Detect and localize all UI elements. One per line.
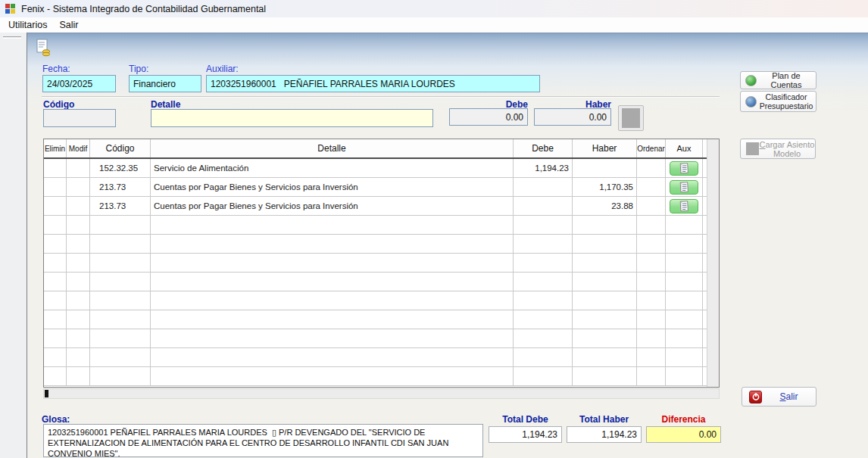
cell-codigo <box>90 367 151 385</box>
table-row[interactable]: 152.32.35 Servicio de Alimentación 1,194… <box>44 159 707 178</box>
cell-ordenar <box>637 254 666 272</box>
table-row[interactable] <box>44 254 707 273</box>
cell-elimin[interactable] <box>44 329 67 347</box>
cell-modif[interactable] <box>67 291 90 310</box>
diferencia-label: Diferencia <box>646 414 721 425</box>
cell-modif[interactable] <box>67 310 90 329</box>
cell-elimin[interactable] <box>44 216 67 234</box>
cell-modif[interactable] <box>67 348 90 366</box>
cell-elimin[interactable] <box>44 159 67 177</box>
cell-aux <box>666 291 703 310</box>
salir-button[interactable]: Salir <box>742 387 816 407</box>
table-body: 152.32.35 Servicio de Alimentación 1,194… <box>44 159 707 386</box>
aux-detail-button[interactable] <box>670 180 698 195</box>
title-bar: Fenix - Sistema Integrado de Contabilida… <box>0 0 868 17</box>
cargar-asiento-modelo-button[interactable]: Cargar Asiento Modelo <box>740 139 816 159</box>
cell-aux <box>666 254 703 272</box>
cell-detalle: Cuentas por Pagar Bienes y Servicios par… <box>151 178 514 196</box>
cell-detalle <box>151 216 514 234</box>
glosa-textarea[interactable]: 1203251960001 PEÑAFIEL PARRALES MARIA LO… <box>43 424 483 457</box>
note-document-icon <box>679 163 689 174</box>
cell-ordenar <box>637 291 666 310</box>
cell-ordenar <box>637 329 666 347</box>
cell-elimin[interactable] <box>44 197 67 215</box>
add-line-button[interactable] <box>618 105 644 131</box>
cell-debe <box>514 310 573 329</box>
cell-elimin[interactable] <box>44 273 67 291</box>
table-row[interactable]: 213.73 Cuentas por Pagar Bienes y Servic… <box>44 197 707 216</box>
table-horizontal-scrollbar[interactable] <box>43 388 720 399</box>
cell-haber <box>573 291 637 310</box>
debe-input[interactable]: 0.00 <box>449 108 528 126</box>
new-entry-button[interactable] <box>34 38 52 58</box>
clasificador-presupuestario-button[interactable]: Clasificador Presupuestario <box>740 91 816 112</box>
table-row[interactable] <box>44 235 707 254</box>
cell-modif[interactable] <box>67 235 90 253</box>
cell-modif[interactable] <box>67 329 90 347</box>
cell-haber <box>573 310 637 329</box>
plan-de-cuentas-button[interactable]: Plan de Cuentas <box>740 71 816 89</box>
cell-elimin[interactable] <box>44 291 67 310</box>
cell-detalle <box>151 254 514 272</box>
detalle-label: Detalle <box>151 99 180 110</box>
table-row[interactable] <box>44 367 707 386</box>
windows-logo-icon <box>5 3 16 14</box>
haber-input[interactable]: 0.00 <box>534 108 611 126</box>
cell-haber <box>573 329 637 347</box>
table-row[interactable]: 213.73 Cuentas por Pagar Bienes y Servic… <box>44 178 707 197</box>
auxiliar-input[interactable]: 1203251960001 PEÑAFIEL PARRALES MARIA LO… <box>206 75 540 92</box>
cell-codigo: 213.73 <box>90 178 151 196</box>
aux-detail-button[interactable] <box>670 161 698 176</box>
panel-grip[interactable] <box>3 36 21 39</box>
note-document-icon <box>679 201 689 212</box>
table-row[interactable] <box>44 348 707 367</box>
cell-elimin[interactable] <box>44 235 67 253</box>
cell-haber <box>573 348 637 366</box>
total-haber-field: 1,194.23 <box>567 426 642 443</box>
cell-elimin[interactable] <box>44 310 67 329</box>
table-row[interactable] <box>44 273 707 291</box>
codigo-label: Código <box>43 99 74 110</box>
table-vertical-scrollbar[interactable] <box>707 139 719 387</box>
cell-elimin[interactable] <box>44 178 67 196</box>
cell-debe <box>514 216 573 234</box>
menu-item-utilitarios[interactable]: Utilitarios <box>3 18 52 32</box>
cell-detalle <box>151 367 514 385</box>
cell-debe: 1,194.23 <box>514 159 573 177</box>
cell-aux <box>666 159 703 177</box>
fecha-input[interactable]: 24/03/2025 <box>42 75 116 92</box>
total-debe-label: Total Debe <box>489 414 562 425</box>
window-title: Fenix - Sistema Integrado de Contabilida… <box>21 4 266 14</box>
application-window: Fenix - Sistema Integrado de Contabilida… <box>0 0 868 458</box>
cell-codigo: 213.73 <box>90 197 151 215</box>
cell-elimin[interactable] <box>44 367 67 385</box>
table-row[interactable] <box>44 291 707 310</box>
note-document-icon <box>679 182 689 193</box>
cell-detalle: Servicio de Alimentación <box>151 159 514 177</box>
cell-modif[interactable] <box>67 216 90 234</box>
table-row[interactable] <box>44 329 707 348</box>
cell-modif[interactable] <box>67 178 90 196</box>
cell-ordenar <box>637 273 666 291</box>
cell-modif[interactable] <box>67 273 90 291</box>
cell-codigo <box>90 254 151 272</box>
codigo-input[interactable] <box>43 109 116 127</box>
cell-aux <box>666 329 703 347</box>
auxiliar-label: Auxiliar: <box>206 64 239 74</box>
tipo-input[interactable]: Financiero <box>129 75 201 92</box>
cell-modif[interactable] <box>67 254 90 272</box>
cell-modif[interactable] <box>67 367 90 385</box>
table-row[interactable] <box>44 216 707 235</box>
cell-modif[interactable] <box>67 197 90 215</box>
aux-detail-button[interactable] <box>670 199 698 213</box>
cell-codigo <box>90 310 151 329</box>
cell-detalle <box>151 235 514 253</box>
cell-modif[interactable] <box>67 159 90 177</box>
cell-debe <box>514 254 573 272</box>
cell-elimin[interactable] <box>44 254 67 272</box>
menu-item-salir[interactable]: Salir <box>54 18 83 32</box>
table-row[interactable] <box>44 310 707 329</box>
detalle-input[interactable] <box>151 109 433 127</box>
cell-elimin[interactable] <box>44 348 67 366</box>
horizontal-scroll-thumb[interactable] <box>45 390 48 397</box>
